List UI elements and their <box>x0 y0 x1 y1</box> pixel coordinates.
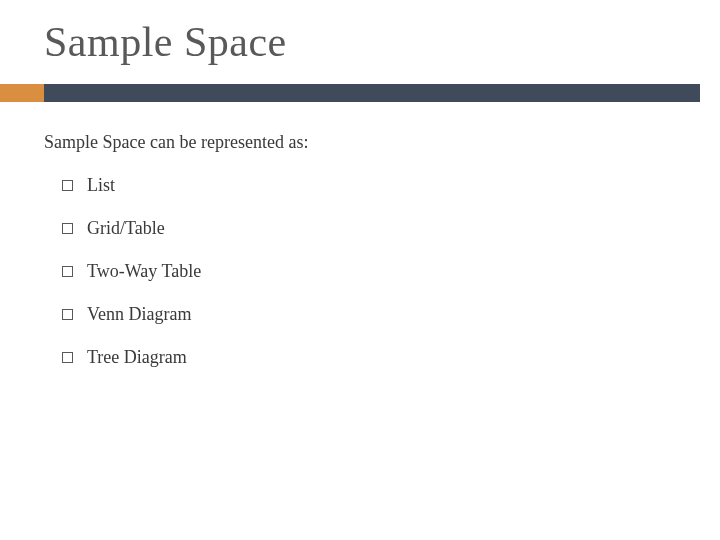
list-item-label: List <box>87 175 115 196</box>
list-item: Tree Diagram <box>62 347 676 368</box>
list-item-label: Venn Diagram <box>87 304 191 325</box>
content-area: Sample Space can be represented as: List… <box>0 102 720 368</box>
square-bullet-icon <box>62 266 73 277</box>
list-item: Venn Diagram <box>62 304 676 325</box>
square-bullet-icon <box>62 309 73 320</box>
title-divider <box>0 84 720 102</box>
square-bullet-icon <box>62 180 73 191</box>
list-item-label: Tree Diagram <box>87 347 187 368</box>
slide-title: Sample Space <box>0 0 720 66</box>
divider-line <box>44 84 700 102</box>
square-bullet-icon <box>62 352 73 363</box>
list-item-label: Grid/Table <box>87 218 165 239</box>
list-item-label: Two-Way Table <box>87 261 201 282</box>
square-bullet-icon <box>62 223 73 234</box>
list-item: List <box>62 175 676 196</box>
divider-accent <box>0 84 44 102</box>
bullet-list: List Grid/Table Two-Way Table Venn Diagr… <box>44 175 676 368</box>
intro-text: Sample Space can be represented as: <box>44 132 676 153</box>
list-item: Two-Way Table <box>62 261 676 282</box>
list-item: Grid/Table <box>62 218 676 239</box>
